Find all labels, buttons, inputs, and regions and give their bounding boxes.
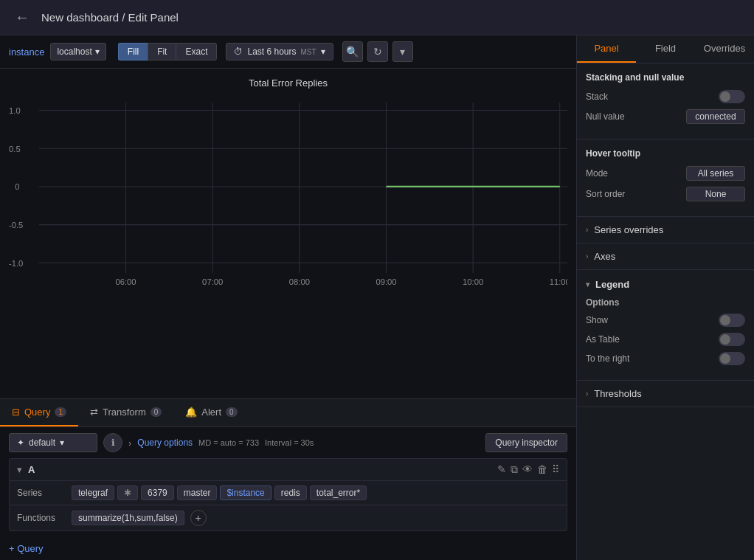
page-title: New dashboard / Edit Panel xyxy=(41,11,179,24)
chevron-right-axes: › xyxy=(586,252,588,260)
tab-query[interactable]: ⊟ Query 1 xyxy=(0,399,78,426)
legend-options-title: Options xyxy=(586,297,745,308)
zoom-out-button[interactable]: 🔍 xyxy=(342,41,363,62)
chevron-right-overrides: › xyxy=(586,226,588,234)
functions-row: Functions summarize(1h,sum,false) + xyxy=(10,505,567,530)
query-options-link[interactable]: Query options xyxy=(137,438,193,448)
svg-text:08:00: 08:00 xyxy=(289,277,310,286)
svg-text:0.5: 0.5 xyxy=(9,144,21,153)
refresh-button[interactable]: ↻ xyxy=(367,41,388,62)
right-panel: Panel Field Overrides Stacking and null … xyxy=(577,35,754,560)
null-value-display[interactable]: connected xyxy=(686,109,745,124)
series-label: Series xyxy=(17,488,69,498)
add-function-button[interactable]: + xyxy=(190,510,207,526)
instance-label: instance xyxy=(9,46,44,58)
time-range-picker[interactable]: ⏱ Last 6 hours MST ▾ xyxy=(226,43,333,61)
function-value[interactable]: summarize(1h,sum,false) xyxy=(72,511,184,525)
chevron-down-icon: ▾ xyxy=(95,46,100,57)
tab-alert[interactable]: 🔔 Alert 0 xyxy=(173,399,249,426)
md-info: MD = auto = 733 xyxy=(198,438,259,447)
interval-info: Interval = 30s xyxy=(265,438,314,447)
as-table-label: As Table xyxy=(586,334,620,345)
svg-rect-23 xyxy=(386,187,559,187)
to-right-label: To the right xyxy=(586,353,629,364)
query-block-label: A xyxy=(28,464,35,475)
edit-icon[interactable]: ✎ xyxy=(497,463,506,476)
tag-redis[interactable]: redis xyxy=(274,485,307,500)
show-toggle[interactable] xyxy=(719,314,745,327)
collapse-icon[interactable]: ▾ xyxy=(17,464,22,475)
tag-master[interactable]: master xyxy=(177,485,218,500)
tag-instance[interactable]: $instance xyxy=(220,485,271,500)
to-right-toggle[interactable] xyxy=(719,352,745,365)
chevron-down-icon-ds: ▾ xyxy=(60,438,64,448)
tab-transform[interactable]: ⇄ Transform 0 xyxy=(78,399,173,426)
as-table-toggle[interactable] xyxy=(719,333,745,346)
chart-title: Total Error Replies xyxy=(9,77,567,89)
back-button[interactable]: ← xyxy=(12,6,32,29)
axes-header[interactable]: › Axes xyxy=(577,243,754,270)
mode-value[interactable]: All series xyxy=(686,166,745,181)
tag-star[interactable]: ✱ xyxy=(117,485,138,500)
tag-6379[interactable]: 6379 xyxy=(141,485,174,500)
right-panel-tabs: Panel Field Overrides xyxy=(577,35,754,63)
instance-value: localhost xyxy=(57,46,91,57)
alert-tab-label: Alert xyxy=(201,407,221,418)
copy-icon[interactable]: ⧉ xyxy=(511,463,518,476)
as-table-row: As Table xyxy=(586,333,745,346)
query-inspector-button[interactable]: Query inspector xyxy=(485,433,567,452)
more-options-button[interactable]: ▾ xyxy=(392,41,413,62)
alert-icon: 🔔 xyxy=(185,407,197,418)
svg-text:-1.0: -1.0 xyxy=(9,258,23,267)
mode-label: Mode xyxy=(586,168,608,179)
svg-text:07:00: 07:00 xyxy=(202,277,223,286)
stacking-section: Stacking and null value Stack Null value… xyxy=(577,63,754,139)
chevron-right-icon: › xyxy=(128,438,131,449)
query-tabs: ⊟ Query 1 ⇄ Transform 0 🔔 Alert 0 xyxy=(0,398,576,427)
add-query-button[interactable]: + Query xyxy=(0,537,576,560)
tag-telegraf[interactable]: telegraf xyxy=(72,485,114,500)
thresholds-label: Thresholds xyxy=(594,388,641,399)
svg-text:0: 0 xyxy=(15,182,19,191)
fill-button[interactable]: Fill xyxy=(118,43,148,61)
stacking-title: Stacking and null value xyxy=(586,72,745,83)
sort-order-row: Sort order None xyxy=(586,187,745,201)
query-block-header: ▾ A ✎ ⧉ 👁 🗑 ⠿ xyxy=(10,459,567,481)
thresholds-header[interactable]: › Thresholds xyxy=(577,381,754,407)
sort-order-label: Sort order xyxy=(586,189,625,199)
query-section: ✦ default ▾ ℹ › Query options MD = auto … xyxy=(0,427,576,537)
tab-field[interactable]: Field xyxy=(636,35,695,63)
sort-order-value[interactable]: None xyxy=(686,187,745,201)
exact-button[interactable]: Exact xyxy=(176,43,217,61)
tab-overrides[interactable]: Overrides xyxy=(695,35,754,63)
hover-tooltip-section: Hover tooltip Mode All series Sort order… xyxy=(577,139,754,217)
delete-icon[interactable]: 🗑 xyxy=(537,463,547,476)
info-button[interactable]: ℹ xyxy=(103,433,122,452)
drag-icon[interactable]: ⠿ xyxy=(552,463,559,476)
tab-panel[interactable]: Panel xyxy=(577,35,636,63)
show-row: Show xyxy=(586,314,745,327)
svg-text:1.0: 1.0 xyxy=(9,106,21,115)
stack-label: Stack xyxy=(586,91,608,102)
axes-label: Axes xyxy=(594,251,615,262)
tag-total-error[interactable]: total_error* xyxy=(310,485,367,500)
query-tab-label: Query xyxy=(24,407,50,418)
instance-select[interactable]: localhost ▾ xyxy=(50,43,106,61)
show-label: Show xyxy=(586,315,608,325)
eye-icon[interactable]: 👁 xyxy=(522,463,533,476)
legend-header[interactable]: ▾ Legend xyxy=(586,279,745,290)
legend-section: ▾ Legend Options Show As Table To the ri… xyxy=(577,270,754,381)
query-tab-badge: 1 xyxy=(55,407,66,417)
series-overrides-header[interactable]: › Series overrides xyxy=(577,217,754,243)
chart-svg: 1.0 0.5 0 -0.5 -1.0 06:00 07:00 08:00 09… xyxy=(9,94,567,301)
query-block-a: ▾ A ✎ ⧉ 👁 🗑 ⠿ Series telegraf ✱ 6379 m xyxy=(9,458,567,531)
series-overrides-label: Series overrides xyxy=(594,224,663,235)
hover-tooltip-title: Hover tooltip xyxy=(586,148,745,159)
datasource-select[interactable]: ✦ default ▾ xyxy=(9,433,97,452)
stack-toggle[interactable] xyxy=(719,90,745,103)
header: ← New dashboard / Edit Panel xyxy=(0,0,754,35)
svg-text:10:00: 10:00 xyxy=(463,277,483,286)
chevron-right-threshold: › xyxy=(586,390,588,398)
functions-label: Functions xyxy=(17,513,69,523)
fit-button[interactable]: Fit xyxy=(148,43,176,61)
